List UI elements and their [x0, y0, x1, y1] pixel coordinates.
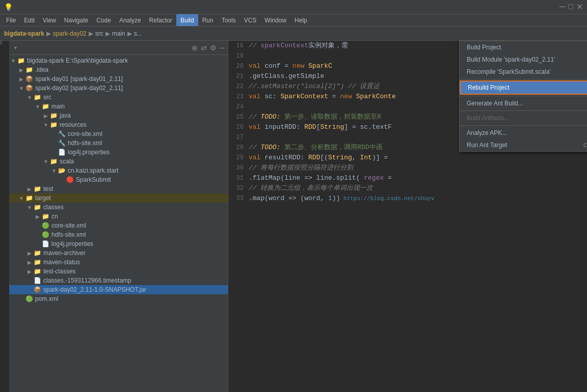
tree-node-label: scala [60, 158, 74, 165]
build-menu-item-build-artifacts---: Build Artifacts... [460, 112, 587, 124]
menu-item-tools[interactable]: Tools [218, 14, 240, 26]
tree-item-sparksubmit[interactable]: 🔴 SparkSubmit [9, 175, 228, 184]
tree-item-target[interactable]: ▼📁 target [9, 193, 228, 203]
tree-item-core-site[interactable]: 🔧 core-site.xml [9, 129, 228, 138]
menu-item-vcs[interactable]: VCS [240, 14, 261, 26]
menu-item-code[interactable]: Code [92, 14, 115, 26]
tree-item-main[interactable]: ▼📁 main [9, 102, 228, 111]
tree-node-icon: 🔧 [58, 139, 66, 147]
build-dropdown-menu: Build ProjectCtrl+F9Build Module 'spark-… [459, 41, 587, 152]
code-line: 30 // 将每行数据按照分隔符进行分割 [228, 163, 587, 173]
tree-item-log4j2[interactable]: 📄 log4j.properties [9, 239, 228, 248]
breadcrumb-src[interactable]: src [95, 30, 103, 37]
menu-item-window[interactable]: Window [260, 14, 290, 26]
menu-item-run[interactable]: Run [198, 14, 218, 26]
tree-node-icon: 📦 [25, 75, 33, 82]
tree-arrow: ▼ [50, 168, 58, 174]
menu-separator [460, 125, 587, 126]
tree-item-day02[interactable]: ▼📦 spark-day02 [spark-day02_2.11] [9, 83, 228, 93]
breadcrumb-file[interactable]: s... [134, 30, 142, 37]
menu-item-build[interactable]: Build [176, 14, 198, 26]
menu-separator [460, 96, 587, 96]
menu-item-refactor[interactable]: Refactor [145, 14, 176, 26]
tree-arrow: ▼ [42, 159, 50, 164]
tree-item-pom[interactable]: 🟢 pom.xml [9, 294, 228, 303]
tree-arrow: ▼ [17, 195, 25, 201]
menu-item-view[interactable]: View [39, 14, 60, 26]
tree-item-maven-archiver[interactable]: ▶📁 maven-archiver [9, 248, 228, 258]
breadcrumb-bar: bigdata-spark ▶ spark-day02 ▶ src ▶ main… [0, 26, 587, 41]
tree-item-log4j[interactable]: 📄 log4j.properties [9, 148, 228, 157]
sidebar-dropdown-icon[interactable]: ▾ [14, 45, 17, 50]
tree-item-classes[interactable]: ▼📁 classes [9, 203, 228, 212]
tree-node-icon: 📄 [34, 277, 41, 284]
tree-item-scala[interactable]: ▼📁 scala [9, 157, 228, 166]
tree-node-icon: 📁 [42, 103, 49, 110]
build-menu-item-analyze-apk---[interactable]: Analyze APK... [460, 127, 587, 139]
minimize-button[interactable]: ─ [559, 2, 565, 12]
breadcrumb-module[interactable]: spark-day02 [53, 30, 87, 37]
tree-item-maven-status[interactable]: ▶📁 maven-status [9, 258, 228, 267]
sidebar-settings-btn[interactable]: ⚙ [210, 44, 217, 52]
breadcrumb-main[interactable]: main [112, 30, 125, 37]
tree-item-src[interactable]: ▼📁 src [9, 93, 228, 102]
close-button[interactable]: ✕ [576, 2, 583, 12]
code-line: 33 .map(word => (word, 1)) https://blog.… [228, 193, 587, 204]
main-area: ▾ ⊕ ⇄ ⚙ ─ ▼📁 bigdata-spark E:\Spark\bigd… [0, 41, 587, 392]
tree-item-hdfs-site2[interactable]: 🟢 hdfs-site.xml [9, 230, 228, 239]
tree-item-test-classes[interactable]: ▶📁 test-classes [9, 267, 228, 276]
tree-item-jarfile[interactable]: 📦 spark-day02_2.11-1.0-SNAPSHOT.jar [9, 285, 228, 294]
tree-node-icon: 📁 [50, 158, 58, 165]
tree-item-cn2[interactable]: ▶📁 cn [9, 212, 228, 221]
build-menu-item-generate-ant-build---[interactable]: Generate Ant Build... [460, 97, 587, 109]
tree-node-icon: 📂 [58, 167, 66, 174]
tree-item-resources[interactable]: ▼📁 resources [9, 120, 228, 129]
build-menu-item-run-ant-target[interactable]: Run Ant TargetCtrl+Shift+F10 [460, 139, 587, 151]
tree-node-label: java [60, 112, 71, 119]
tree-node-label: spark-day01 [spark-day01_2.11] [35, 75, 123, 82]
menu-item-label: Build Artifacts... [467, 115, 509, 122]
menu-item-edit[interactable]: Edit [20, 14, 39, 26]
tree-arrow: ▶ [25, 260, 34, 265]
build-menu-item-rebuild-project[interactable]: Rebuild Project [460, 80, 587, 95]
menu-item-file[interactable]: File [2, 14, 20, 26]
build-menu-item-build-project[interactable]: Build ProjectCtrl+F9 [460, 41, 587, 53]
menu-item-analyze[interactable]: Analyze [115, 14, 145, 26]
tree-item-cn-pkg[interactable]: ▼📂 cn.kaizi.spark.start [9, 166, 228, 175]
tree-item-core-site2[interactable]: 🟢 core-site.xml [9, 221, 228, 230]
tree-node-icon: 📁 [34, 249, 41, 257]
tree-node-icon: 📁 [25, 66, 33, 73]
tree-node-label: target [35, 194, 51, 202]
tree-node-icon: 📁 [25, 194, 33, 202]
menu-item-navigate[interactable]: Navigate [60, 14, 92, 26]
tree-node-icon: 🔴 [66, 176, 74, 183]
tree-node-icon: 📁 [34, 185, 41, 192]
menu-item-label: Rebuild Project [468, 84, 509, 91]
maximize-button[interactable]: □ [568, 2, 573, 12]
menu-separator [460, 110, 587, 111]
tree-node-label: bigdata-spark E:\Spark\bigdata-spark [27, 57, 128, 64]
build-menu-item-build-module--spark-day02-2-11-[interactable]: Build Module 'spark-day02_2.11' [460, 53, 587, 66]
breadcrumb-project[interactable]: bigdata-spark [4, 30, 44, 37]
tree-item-test[interactable]: ▶📁 test [9, 184, 228, 193]
tree-node-label: classes [43, 204, 64, 211]
tree-arrow: ▼ [34, 104, 42, 109]
tree-arrow: ▶ [25, 186, 34, 192]
tree-item-root[interactable]: ▼📁 bigdata-spark E:\Spark\bigdata-spark [9, 56, 228, 65]
code-editor[interactable]: 18 // sparkContext实例对象，需 19 20 val conf … [228, 41, 587, 392]
tree-item-hdfs-site[interactable]: 🔧 hdfs-site.xml [9, 138, 228, 148]
menu-separator [460, 79, 587, 79]
tree-item-idea[interactable]: ▶📁 .idea [9, 65, 228, 74]
menu-item-help[interactable]: Help [290, 14, 311, 26]
tree-item-day01[interactable]: ▶📦 spark-day01 [spark-day01_2.11] [9, 74, 228, 83]
sidebar-add-btn[interactable]: ⊕ [192, 44, 198, 52]
sidebar-sync-btn[interactable]: ⇄ [201, 44, 207, 52]
tree-item-java[interactable]: ▶📁 java [9, 111, 228, 120]
breadcrumb-sep-4: ▶ [127, 30, 132, 37]
tree-arrow: ▼ [17, 86, 25, 91]
build-menu-item-recompile--sparksubmit-scala-[interactable]: Recompile 'SparkSubmit.scala'Ctrl+Shift+… [460, 66, 587, 78]
sidebar-minimize-btn[interactable]: ─ [220, 44, 225, 52]
menu-item-label: Build Module 'spark-day02_2.11' [467, 56, 555, 63]
menu-item-label: Run Ant Target [467, 142, 507, 149]
tree-item-classes-ts[interactable]: 📄 classes.-1593112966.timestamp [9, 276, 228, 285]
